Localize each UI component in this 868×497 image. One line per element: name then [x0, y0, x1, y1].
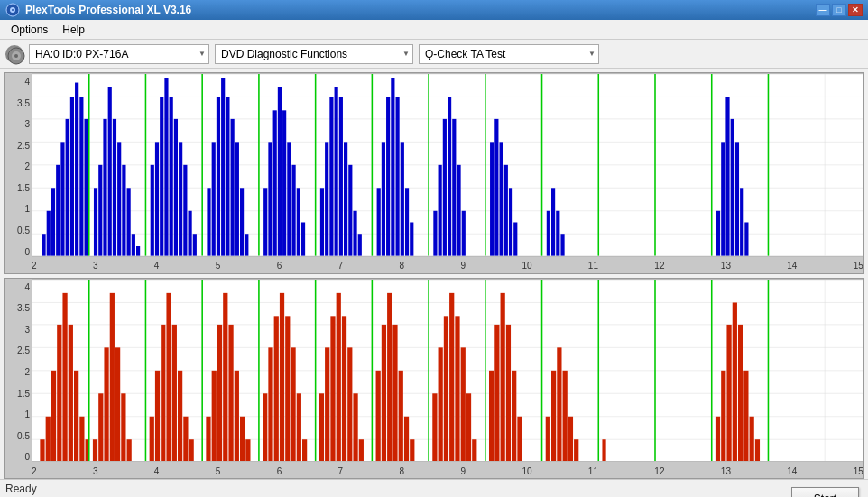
- svg-rect-35: [70, 97, 74, 255]
- svg-rect-161: [79, 416, 84, 461]
- svg-rect-124: [725, 97, 729, 255]
- svg-rect-54: [164, 78, 168, 255]
- svg-rect-62: [207, 188, 210, 255]
- svg-rect-154: [40, 439, 44, 461]
- drive-select[interactable]: HA:0 ID:0 PX-716A: [29, 44, 209, 64]
- svg-rect-68: [235, 142, 239, 255]
- svg-rect-47: [127, 188, 131, 255]
- svg-point-2: [12, 9, 14, 11]
- bottom-chart-body: 2 3 4 5 6 7 8 9 10 11 12 13 14 15: [32, 279, 863, 479]
- svg-rect-98: [405, 188, 409, 255]
- svg-rect-181: [206, 416, 210, 461]
- maximize-button[interactable]: □: [832, 4, 846, 16]
- svg-rect-184: [223, 292, 227, 461]
- function-select[interactable]: DVD Diagnostic Functions: [215, 44, 413, 64]
- svg-rect-40: [94, 188, 97, 255]
- svg-rect-37: [79, 97, 83, 255]
- svg-point-5: [14, 54, 18, 58]
- menu-help[interactable]: Help: [55, 22, 92, 38]
- close-button[interactable]: ✕: [848, 4, 863, 16]
- svg-rect-249: [755, 439, 760, 461]
- svg-rect-220: [455, 316, 459, 461]
- svg-rect-190: [263, 393, 267, 461]
- svg-rect-49: [136, 246, 140, 256]
- drive-select-wrapper[interactable]: HA:0 ID:0 PX-716A: [29, 44, 209, 64]
- svg-rect-53: [160, 97, 163, 255]
- svg-rect-60: [193, 234, 197, 255]
- svg-rect-77: [287, 142, 291, 255]
- top-chart-svg: [32, 73, 863, 257]
- svg-rect-73: [268, 142, 272, 255]
- menu-options[interactable]: Options: [4, 22, 55, 38]
- svg-rect-172: [150, 416, 154, 461]
- svg-rect-192: [274, 316, 279, 461]
- svg-rect-197: [302, 439, 307, 461]
- svg-rect-125: [731, 119, 734, 256]
- svg-rect-223: [472, 439, 476, 461]
- svg-rect-156: [51, 370, 56, 461]
- svg-rect-211: [392, 325, 397, 462]
- action-buttons: Start i: [791, 487, 859, 497]
- svg-rect-88: [348, 165, 352, 256]
- svg-rect-228: [506, 325, 511, 462]
- function-select-wrapper[interactable]: DVD Diagnostic Functions: [215, 44, 413, 64]
- svg-rect-109: [490, 142, 494, 255]
- app-icon: [5, 3, 20, 17]
- svg-rect-216: [432, 393, 437, 461]
- svg-rect-187: [240, 416, 245, 461]
- test-select[interactable]: Q-Check TA Test: [419, 44, 599, 64]
- svg-rect-127: [740, 188, 743, 255]
- svg-rect-58: [183, 165, 187, 256]
- svg-rect-74: [273, 110, 277, 255]
- svg-rect-221: [461, 347, 466, 461]
- svg-rect-178: [183, 416, 188, 461]
- svg-rect-114: [513, 222, 517, 255]
- svg-rect-226: [494, 325, 499, 462]
- svg-rect-185: [228, 325, 233, 462]
- svg-rect-93: [382, 142, 385, 255]
- svg-rect-166: [104, 347, 108, 461]
- svg-rect-122: [716, 211, 720, 256]
- svg-rect-230: [517, 416, 522, 461]
- svg-rect-202: [337, 292, 341, 461]
- drive-icon: [5, 45, 23, 63]
- svg-rect-87: [344, 142, 347, 255]
- svg-rect-83: [325, 142, 328, 255]
- svg-rect-105: [452, 119, 456, 256]
- svg-rect-103: [443, 119, 447, 256]
- title-bar: PlexTools Professional XL V3.16 — □ ✕: [0, 0, 868, 20]
- svg-rect-233: [551, 370, 556, 461]
- svg-rect-210: [387, 292, 392, 461]
- svg-rect-206: [359, 439, 364, 461]
- start-button[interactable]: Start: [791, 487, 859, 497]
- svg-rect-167: [110, 292, 115, 461]
- svg-rect-199: [319, 393, 324, 461]
- svg-rect-32: [56, 165, 60, 256]
- svg-rect-235: [563, 370, 568, 461]
- minimize-button[interactable]: —: [816, 4, 830, 16]
- svg-rect-117: [551, 188, 555, 255]
- svg-rect-236: [568, 416, 573, 461]
- svg-rect-229: [512, 370, 516, 461]
- test-select-wrapper[interactable]: Q-Check TA Test: [419, 44, 599, 64]
- svg-rect-204: [347, 347, 352, 461]
- svg-rect-195: [291, 347, 295, 461]
- svg-rect-99: [410, 222, 413, 255]
- svg-rect-52: [155, 142, 159, 255]
- svg-rect-76: [282, 110, 286, 255]
- svg-rect-213: [404, 416, 409, 461]
- svg-rect-44: [113, 119, 116, 256]
- svg-rect-33: [60, 142, 64, 255]
- svg-rect-176: [172, 325, 177, 462]
- svg-rect-110: [494, 119, 498, 256]
- svg-rect-157: [57, 325, 61, 462]
- svg-rect-59: [189, 211, 192, 256]
- svg-rect-85: [335, 87, 338, 256]
- svg-rect-201: [330, 316, 335, 461]
- svg-rect-101: [433, 211, 437, 256]
- svg-rect-245: [733, 302, 737, 461]
- svg-rect-84: [329, 97, 333, 255]
- svg-rect-119: [560, 234, 564, 255]
- svg-rect-111: [500, 142, 503, 255]
- svg-rect-186: [235, 370, 239, 461]
